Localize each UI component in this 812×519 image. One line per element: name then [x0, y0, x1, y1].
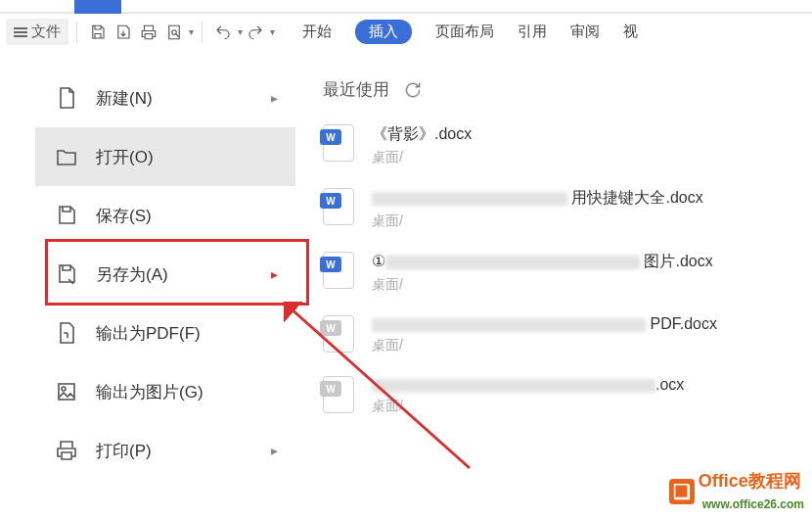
file-location: 桌面/: [372, 398, 684, 415]
menu-label: 打开(O): [96, 146, 154, 168]
menu-new[interactable]: 新建(N) ▸: [35, 69, 295, 127]
recent-file[interactable]: W PDF.docx 桌面/: [323, 315, 812, 354]
file-label: 文件: [31, 23, 61, 41]
file-location: 桌面/: [372, 149, 472, 166]
hamburger-icon: [14, 25, 27, 39]
docx-icon: W: [323, 188, 354, 225]
docx-icon: W: [323, 124, 354, 162]
image-icon: [55, 380, 78, 403]
file-name: ① 图片.docx: [372, 252, 713, 272]
pdf-icon: [55, 321, 78, 345]
menu-export-pdf[interactable]: 输出为PDF(F): [35, 304, 295, 362]
tab-page-layout[interactable]: 页面布局: [435, 23, 494, 41]
recent-label: 最近使用: [323, 78, 389, 101]
brand-url: www.office26.com: [702, 497, 804, 511]
tab-insert[interactable]: 插入: [355, 20, 412, 44]
chevron-right-icon: ▸: [271, 443, 278, 458]
svg-rect-1: [59, 384, 74, 400]
redo-icon[interactable]: [243, 20, 268, 45]
recent-panel: 最近使用 W 《背影》.docx 桌面/ W 用快捷键大全.docx 桌面/ W…: [295, 51, 812, 519]
svg-point-0: [172, 29, 177, 34]
recent-file[interactable]: W .ocx 桌面/: [323, 376, 812, 415]
undo-icon[interactable]: [210, 20, 236, 45]
brand-text: Office教程网: [699, 471, 801, 491]
save-as-icon[interactable]: [111, 20, 136, 45]
recent-header: 最近使用: [323, 78, 812, 101]
active-doc-tab[interactable]: [74, 0, 121, 14]
recent-file[interactable]: W 用快捷键大全.docx 桌面/: [323, 188, 812, 230]
menu-save-as[interactable]: 另存为(A) ▸: [35, 245, 295, 304]
dropdown-icon[interactable]: ▾: [270, 26, 275, 37]
divider: [76, 22, 77, 43]
file-name: 《背影》.docx: [372, 124, 472, 145]
refresh-icon[interactable]: [403, 80, 423, 100]
watermark: ❑ Office教程网 www.office26.com: [669, 469, 804, 513]
recent-file[interactable]: W 《背影》.docx 桌面/: [323, 124, 812, 166]
print-icon: [55, 439, 78, 462]
dropdown-icon[interactable]: ▾: [189, 26, 194, 37]
file-name: PDF.docx: [372, 315, 717, 333]
file-sidebar: 新建(N) ▸ 打开(O) 保存(S) 另存为(A) ▸ 输出为PDF(F) 输…: [35, 51, 295, 519]
file-name: .ocx: [372, 376, 684, 394]
divider: [202, 22, 203, 43]
tab-view[interactable]: 视: [623, 23, 638, 41]
recent-file[interactable]: W ① 图片.docx 桌面/: [323, 252, 812, 294]
preview-icon[interactable]: [161, 20, 187, 45]
save-as-icon: [55, 262, 78, 286]
ribbon-tabs: 开始 插入 页面布局 引用 审阅 视: [302, 20, 638, 44]
file-name: 用快捷键大全.docx: [372, 188, 703, 209]
menu-label: 打印(P): [96, 440, 152, 462]
menu-label: 另存为(A): [96, 263, 168, 286]
menu-export-image[interactable]: 输出为图片(G): [35, 362, 295, 421]
menu-label: 输出为图片(G): [96, 381, 203, 403]
toolbar: 文件 ▾ ▾ ▾ 开始 插入 页面布局 引用 审阅 视: [0, 14, 812, 51]
save-icon: [55, 204, 78, 227]
tab-start[interactable]: 开始: [302, 23, 332, 41]
svg-point-2: [62, 387, 66, 391]
new-icon: [55, 86, 78, 110]
docx-icon: W: [323, 315, 354, 353]
docx-icon: W: [323, 252, 354, 289]
chevron-right-icon: ▸: [271, 90, 278, 106]
file-location: 桌面/: [372, 337, 717, 354]
file-location: 桌面/: [372, 212, 703, 230]
chevron-right-icon: ▸: [271, 266, 278, 282]
docx-icon: W: [323, 376, 354, 413]
menu-save[interactable]: 保存(S): [35, 186, 295, 245]
open-icon: [55, 145, 78, 168]
menu-open[interactable]: 打开(O): [35, 127, 295, 186]
print-icon[interactable]: [136, 20, 161, 45]
logo-icon: ❑: [669, 479, 695, 504]
menu-print[interactable]: 打印(P) ▸: [35, 421, 295, 480]
window-header: [0, 0, 812, 14]
menu-label: 保存(S): [96, 205, 152, 227]
tab-references[interactable]: 引用: [518, 23, 547, 41]
menu-label: 输出为PDF(F): [96, 322, 201, 345]
save-icon[interactable]: [85, 20, 111, 45]
menu-label: 新建(N): [96, 87, 153, 110]
file-menu-button[interactable]: 文件: [6, 19, 68, 45]
file-location: 桌面/: [372, 276, 713, 294]
tab-review[interactable]: 审阅: [570, 23, 600, 41]
